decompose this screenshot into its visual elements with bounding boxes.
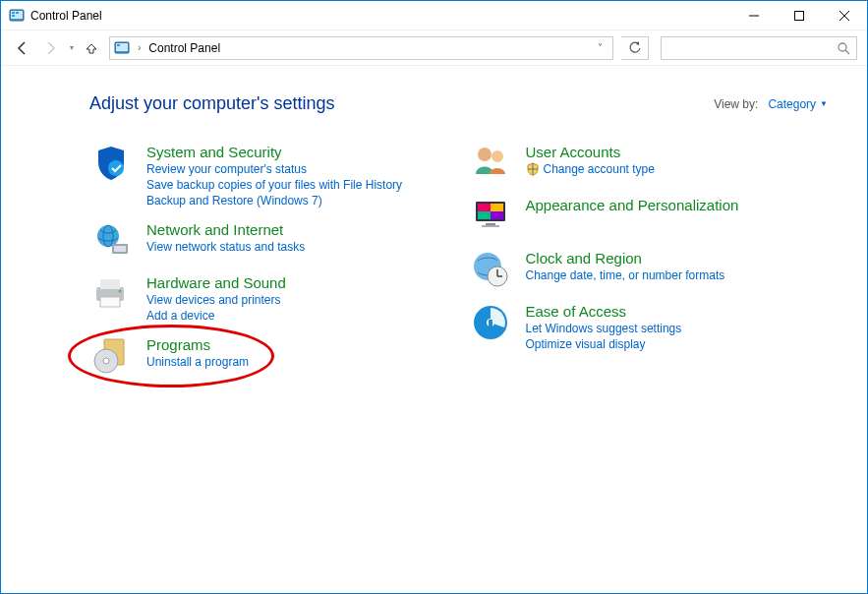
page-heading: Adjust your computer's settings xyxy=(89,93,335,114)
category-user-accounts: User Accounts Change account type xyxy=(469,144,829,183)
svg-rect-6 xyxy=(795,11,804,20)
category-title-link[interactable]: User Accounts xyxy=(526,144,655,160)
svg-rect-42 xyxy=(489,320,492,329)
control-panel-icon xyxy=(114,40,130,56)
category-title-link[interactable]: Appearance and Personalization xyxy=(526,197,739,213)
navigation-bar: ▾ › Control Panel ˅ xyxy=(1,30,867,66)
people-icon xyxy=(469,144,512,183)
svg-line-13 xyxy=(845,50,849,54)
up-button[interactable] xyxy=(82,36,101,60)
category-system-and-security: System and Security Review your computer… xyxy=(89,144,449,208)
history-dropdown[interactable]: ▾ xyxy=(66,43,78,52)
category-link[interactable]: Review your computer's status xyxy=(146,162,402,176)
category-link[interactable]: Uninstall a program xyxy=(146,355,249,369)
svg-rect-11 xyxy=(117,44,120,46)
view-by-dropdown[interactable]: Category ▼ xyxy=(768,97,828,111)
minimize-button[interactable] xyxy=(731,1,777,30)
breadcrumb[interactable]: Control Panel xyxy=(148,41,220,55)
category-link[interactable]: Change account type xyxy=(544,162,655,176)
category-link[interactable]: Save backup copies of your files with Fi… xyxy=(146,178,402,192)
category-hardware-and-sound: Hardware and Sound View devices and prin… xyxy=(89,274,449,323)
category-link[interactable]: Let Windows suggest settings xyxy=(526,322,682,335)
category-link[interactable]: View devices and printers xyxy=(146,293,286,307)
svg-rect-32 xyxy=(478,211,491,219)
svg-point-25 xyxy=(103,358,109,364)
category-title-link[interactable]: Hardware and Sound xyxy=(146,274,286,291)
breadcrumb-item[interactable]: Control Panel xyxy=(148,41,220,55)
titlebar: Control Panel xyxy=(1,1,867,30)
category-title-link[interactable]: Clock and Region xyxy=(526,250,725,267)
monitor-palette-icon xyxy=(469,197,512,236)
maximize-button[interactable] xyxy=(777,1,822,30)
category-network-and-internet: Network and Internet View network status… xyxy=(89,221,449,261)
svg-rect-18 xyxy=(114,246,126,252)
control-panel-icon xyxy=(9,8,25,24)
category-link[interactable]: Change date, time, or number formats xyxy=(526,268,725,282)
svg-point-26 xyxy=(478,148,492,161)
svg-rect-31 xyxy=(491,204,503,211)
svg-rect-2 xyxy=(12,12,15,14)
view-by-value: Category xyxy=(768,97,816,111)
close-button[interactable] xyxy=(822,1,867,30)
back-button[interactable] xyxy=(11,36,34,60)
svg-point-22 xyxy=(119,290,122,293)
category-title-link[interactable]: Programs xyxy=(146,336,249,353)
category-ease-of-access: Ease of Access Let Windows suggest setti… xyxy=(469,303,829,351)
disc-box-icon xyxy=(89,336,133,376)
category-appearance-and-personalization: Appearance and Personalization xyxy=(469,197,829,236)
window-title: Control Panel xyxy=(30,9,102,23)
svg-rect-4 xyxy=(12,15,15,17)
category-link[interactable]: View network status and tasks xyxy=(146,240,305,254)
search-input[interactable] xyxy=(667,41,837,55)
breadcrumb-separator-icon: › xyxy=(136,42,143,53)
globe-network-icon xyxy=(89,221,133,261)
svg-rect-20 xyxy=(100,279,120,289)
search-icon[interactable] xyxy=(837,41,850,55)
uac-shield-icon xyxy=(526,162,540,176)
svg-rect-30 xyxy=(478,204,491,211)
category-programs: Programs Uninstall a program xyxy=(89,336,449,376)
address-dropdown-icon[interactable]: ˅ xyxy=(592,42,608,53)
shield-icon xyxy=(89,144,133,183)
view-by-label: View by: xyxy=(714,97,758,111)
category-title-link[interactable]: Network and Internet xyxy=(146,221,305,238)
svg-point-12 xyxy=(839,43,846,51)
svg-rect-33 xyxy=(491,211,503,219)
svg-rect-3 xyxy=(16,12,19,14)
content-area: Adjust your computer's settings View by:… xyxy=(1,66,867,376)
svg-point-15 xyxy=(97,225,119,247)
svg-rect-34 xyxy=(486,223,495,225)
category-link[interactable]: Optimize visual display xyxy=(526,337,682,351)
clock-globe-icon xyxy=(469,250,512,289)
view-by: View by: Category ▼ xyxy=(714,97,828,111)
svg-point-27 xyxy=(492,150,503,162)
svg-rect-21 xyxy=(100,297,120,307)
forward-button[interactable] xyxy=(38,36,62,60)
category-link[interactable]: Add a device xyxy=(146,309,286,323)
refresh-button[interactable] xyxy=(621,36,649,60)
category-link[interactable]: Backup and Restore (Windows 7) xyxy=(146,194,402,208)
chevron-down-icon: ▼ xyxy=(820,99,828,108)
category-clock-and-region: Clock and Region Change date, time, or n… xyxy=(469,250,829,289)
printer-icon xyxy=(89,274,133,314)
window-controls xyxy=(731,1,867,30)
category-title-link[interactable]: Ease of Access xyxy=(526,303,682,320)
svg-point-14 xyxy=(108,160,124,176)
category-title-link[interactable]: System and Security xyxy=(146,144,402,160)
svg-rect-35 xyxy=(482,225,499,227)
address-bar[interactable]: › Control Panel ˅ xyxy=(109,36,613,60)
ease-of-access-icon xyxy=(469,303,512,342)
search-box[interactable] xyxy=(661,36,857,60)
